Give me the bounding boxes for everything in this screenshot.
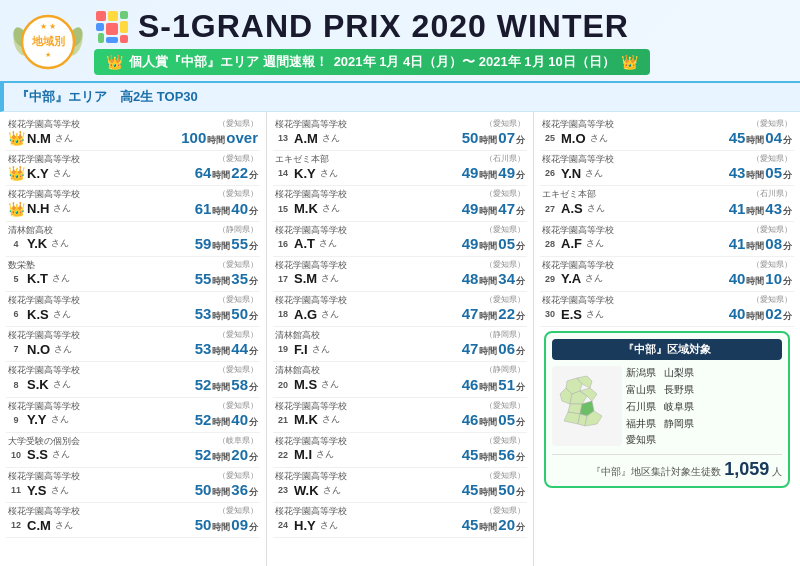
rank-row: 17S.Mさん48時間34分 [275,270,525,288]
fun-unit: 分 [516,416,525,429]
time-display: 41時間43分 [729,200,792,218]
prefecture-grid: 新潟県山梨県富山県長野県石川県岐阜県福井県静岡県愛知県 [626,366,694,448]
person-name: A.G [294,307,317,322]
prefecture: （愛知県） [485,436,525,446]
fun-unit: 分 [249,240,258,253]
san-suffix: さん [55,132,73,145]
person-name: Y.S [27,483,47,498]
person-name: E.S [561,307,582,322]
san-suffix: さん [322,413,340,426]
rank-number: 25 [542,130,558,146]
jikan-unit: 時間 [746,275,764,288]
rank-item: 桜花学園高等学校（愛知県）👑N.Hさん61時間40分 [6,186,260,221]
rank-item: 桜花学園高等学校（愛知県）👑N.Mさん100時間over [6,116,260,151]
jikan-unit: 時間 [479,169,497,182]
hour-number: 52 [195,446,212,463]
rank-row: 20M.Sさん46時間51分 [275,376,525,394]
rank-number: 27 [542,201,558,217]
min-number: 56 [498,446,515,463]
time-display: 45時間50分 [462,481,525,499]
min-number: 47 [498,200,515,217]
min-number: 22 [231,164,248,181]
rank-item: 桜花学園高等学校（愛知県）30E.Sさん40時間02分 [540,292,794,327]
time-display: 45時間20分 [462,516,525,534]
min-number: 04 [765,129,782,146]
rank-number: 5 [8,271,24,287]
person-name: N.O [27,342,50,357]
rank-item: 桜花学園高等学校（愛知県）6K.Sさん53時間50分 [6,292,260,327]
rank-row: 12C.Mさん50時間09分 [8,516,258,534]
rank-row: 👑N.Hさん61時間40分 [8,200,258,218]
rank-item: 桜花学園高等学校（愛知県）21M.Kさん46時間05分 [273,398,527,433]
san-suffix: さん [321,308,339,321]
rank-row: 👑K.Yさん64時間22分 [8,164,258,182]
rank-number: 👑 [8,165,24,181]
rank-item: 桜花学園高等学校（愛知県）9Y.Yさん52時間40分 [6,398,260,433]
san-suffix: さん [312,343,330,356]
prefecture: （愛知県） [218,189,258,199]
prefecture: （静岡県） [485,365,525,375]
rank-row: 👑N.Mさん100時間over [8,129,258,147]
jikan-unit: 時間 [212,205,230,218]
fun-unit: 分 [516,205,525,218]
person-name: K.Y [27,166,49,181]
jikan-unit: 時間 [479,486,497,499]
time-display: 52時間40分 [195,411,258,429]
jikan-unit: 時間 [479,134,497,147]
prefecture: （愛知県） [485,295,525,305]
jikan-unit: 時間 [212,451,230,464]
person-name: A.S [561,201,583,216]
crown-right-icon: 👑 [621,54,638,70]
rank-number: 30 [542,306,558,322]
time-display: 40時間02分 [729,305,792,323]
jikan-unit: 時間 [479,521,497,534]
rank-number: 28 [542,236,558,252]
count-number: 1,059 [724,459,769,479]
rank-number: 7 [8,341,24,357]
prefecture: （愛知県） [218,260,258,270]
rank-row: 4Y.Kさん59時間55分 [8,235,258,253]
hour-number: 53 [195,305,212,322]
prefecture-item: 新潟県 [626,366,656,381]
jikan-unit: 時間 [212,310,230,323]
jikan-unit: 時間 [746,310,764,323]
rank-item: 数栄塾（愛知県）5K.Tさん55時間35分 [6,257,260,292]
fun-unit: 分 [783,310,792,323]
time-display: 47時間22分 [462,305,525,323]
jikan-unit: 時間 [212,521,230,534]
count-unit: 人 [772,466,782,477]
time-display: 64時間22分 [195,164,258,182]
fun-unit: 分 [249,451,258,464]
fun-unit: 分 [783,240,792,253]
jikan-unit: 時間 [479,310,497,323]
time-display: 100時間over [181,129,258,147]
rank-row: 26Y.Nさん43時間05分 [542,164,792,182]
person-name: K.T [27,271,48,286]
fun-unit: 分 [783,134,792,147]
san-suffix: さん [586,308,604,321]
time-display: 50時間09分 [195,516,258,534]
count-label: 『中部』地区集計対象生徒数 [591,466,721,477]
jikan-unit: 時間 [479,240,497,253]
ranking-column-3: 桜花学園高等学校（愛知県）25M.Oさん45時間04分桜花学園高等学校（愛知県）… [534,112,800,566]
fun-unit: 分 [783,205,792,218]
svg-rect-9 [108,11,118,21]
rank-row: 9Y.Yさん52時間40分 [8,411,258,429]
jikan-unit: 時間 [746,205,764,218]
hour-number: 40 [729,270,746,287]
time-display: 46時間05分 [462,411,525,429]
min-number: 36 [231,481,248,498]
time-display: 55時間35分 [195,270,258,288]
prefecture: （愛知県） [752,225,792,235]
rank-row: 11Y.Sさん50時間36分 [8,481,258,499]
san-suffix: さん [51,413,69,426]
fun-unit: 分 [516,486,525,499]
fun-unit: 分 [516,451,525,464]
title-area: S-1GRAND PRIX 2020 WINTER 👑 個人賞『中部』エリア 週… [94,8,788,75]
rank-row: 13A.Mさん50時間07分 [275,129,525,147]
person-name: S.M [294,271,317,286]
min-number: 43 [765,200,782,217]
hour-number: 52 [195,411,212,428]
section-header: 『中部』エリア 高2生 TOP30 [0,83,800,112]
san-suffix: さん [321,378,339,391]
